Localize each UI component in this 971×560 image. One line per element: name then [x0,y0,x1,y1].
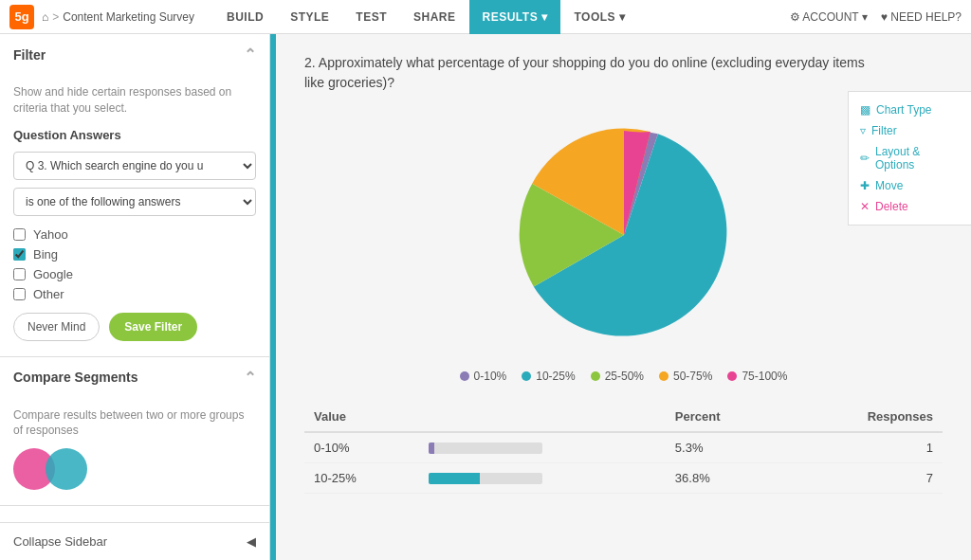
checkbox-yahoo-label: Yahoo [33,227,68,242]
chart-type-label: Chart Type [876,103,931,117]
row2-value: 10-25% [304,463,419,494]
compare-panel-body: Compare results between two or more grou… [0,398,269,506]
question-select[interactable]: Q 3. Which search engine do you u [13,152,256,180]
question-text: 2. Approximately what percentage of your… [304,53,873,93]
chart-legend: 0-10% 10-25% 25-50% 50-75% 75-100% [460,370,788,383]
compare-description: Compare results between two or more grou… [13,407,256,440]
move-tool[interactable]: ✚ Move [860,179,960,192]
legend-dot-50-75 [659,371,669,381]
segment-circle-blue [46,448,87,490]
table-header: Value Percent Responses [304,402,943,432]
compare-toggle[interactable]: ⌃ [244,369,256,387]
delete-tool[interactable]: ✕ Delete [860,200,960,213]
nav-results[interactable]: RESULTS ▾ [469,0,561,34]
checkbox-other-input[interactable] [13,288,26,300]
main-layout: Filter ⌃ Show and hide certain responses… [0,34,971,560]
row1-value: 0-10% [304,432,419,463]
legend-10-25: 10-25% [522,370,575,383]
checkbox-other: Other [13,287,256,301]
legend-label-10-25: 10-25% [536,370,575,383]
nav-share[interactable]: SHARE [400,0,469,34]
table-row: 0-10% 5.3% 1 [304,432,943,463]
chart-type-tool[interactable]: ▩ Chart Type [860,103,960,117]
checkbox-yahoo: Yahoo [13,227,256,242]
col-percent-header [419,402,666,432]
data-table: Value Percent Responses 0-10% 5.3% 1 [304,402,943,494]
checkbox-bing-label: Bing [33,247,58,262]
row2-bar [419,463,666,494]
checkbox-google-input[interactable] [13,268,26,280]
legend-dot-10-25 [522,371,531,381]
save-filter-button[interactable]: Save Filter [109,313,197,341]
filter-tool-icon: ▿ [860,124,866,137]
app-logo: 5g [9,5,34,29]
pie-svg [491,112,757,358]
sidebar: Filter ⌃ Show and hide certain responses… [0,34,270,560]
condition-dropdown-row: is one of the following answers [13,188,256,216]
legend-50-75: 50-75% [659,370,712,383]
nav-right: ⚙ ACCOUNT ▾ ♥ NEED HELP? [790,10,962,24]
filter-description: Show and hide certain responses based on… [13,84,256,117]
bar-fill-1 [429,443,434,454]
row2-percent: 36.8% [666,463,785,494]
legend-dot-75-100 [727,371,737,381]
chart-type-icon: ▩ [860,103,870,117]
nav-build[interactable]: BUILD [213,0,277,34]
chart-tools: ▩ Chart Type ▿ Filter ✏ Layout & Options… [848,91,971,226]
row2-responses: 7 [785,463,943,494]
table-row: 10-25% 36.8% 7 [304,463,943,494]
filter-title: Filter [13,47,46,63]
legend-dot-0-10 [460,371,469,381]
breadcrumb-survey[interactable]: Content Marketing Survey [63,10,194,24]
row1-responses: 1 [785,432,943,463]
legend-label-50-75: 50-75% [673,370,712,383]
collapse-sidebar-button[interactable]: Collapse Sidebar ◀ [0,522,269,560]
account-link[interactable]: ⚙ ACCOUNT ▾ [790,10,868,24]
answer-checkbox-list: Yahoo Bing Google Other [13,227,256,301]
filter-toggle[interactable]: ⌃ [244,45,256,63]
compare-title: Compare Segments [13,370,137,385]
help-link[interactable]: ♥ NEED HELP? [881,10,962,24]
filter-panel-body: Show and hide certain responses based on… [0,75,269,356]
question-answers-label: Question Answers [13,128,256,142]
collapse-sidebar-label: Collapse Sidebar [13,534,107,549]
collapse-sidebar-icon: ◀ [247,534,256,549]
col-value: Value [304,402,419,432]
compare-panel-header: Compare Segments ⌃ [0,357,269,398]
top-nav: 5g ⌂ > Content Marketing Survey BUILD ST… [0,0,971,34]
question-number: 2. [304,55,316,70]
question-dropdown-row: Q 3. Which search engine do you u [13,152,256,180]
filter-button-row: Never Mind Save Filter [13,313,256,341]
checkbox-yahoo-input[interactable] [13,228,26,241]
checkbox-bing-input[interactable] [13,248,26,261]
row1-percent: 5.3% [666,432,785,463]
bar-bg-2 [429,473,542,484]
legend-25-50: 25-50% [591,370,644,383]
breadcrumb-separator: > [52,10,59,24]
nav-test[interactable]: TEST [342,0,400,34]
bar-bg-1 [429,443,542,454]
layout-options-tool[interactable]: ✏ Layout & Options [860,145,960,172]
question-body: Approximately what percentage of your sh… [304,55,865,90]
delete-label: Delete [875,200,908,213]
never-mind-button[interactable]: Never Mind [13,313,100,341]
main-nav: BUILD STYLE TEST SHARE RESULTS ▾ TOOLS ▾ [213,0,638,34]
nav-tools[interactable]: TOOLS ▾ [560,0,638,34]
legend-label-25-50: 25-50% [605,370,644,383]
checkbox-google-label: Google [33,267,73,281]
delete-icon: ✕ [860,200,870,213]
filter-panel-header: Filter ⌃ [0,34,269,75]
layout-label: Layout & Options [875,145,960,172]
move-label: Move [875,179,903,192]
layout-icon: ✏ [860,152,870,165]
checkbox-other-label: Other [33,287,64,301]
checkbox-bing: Bing [13,247,256,262]
filter-tool[interactable]: ▿ Filter [860,124,960,137]
content-area: ▩ Chart Type ▿ Filter ✏ Layout & Options… [276,34,971,560]
checkbox-google: Google [13,267,256,281]
nav-style[interactable]: STYLE [277,0,342,34]
compare-segments-panel: Compare Segments ⌃ Compare results betwe… [0,357,269,507]
breadcrumb-home[interactable]: ⌂ [42,10,48,24]
row1-bar [419,432,666,463]
condition-select[interactable]: is one of the following answers [13,188,256,216]
